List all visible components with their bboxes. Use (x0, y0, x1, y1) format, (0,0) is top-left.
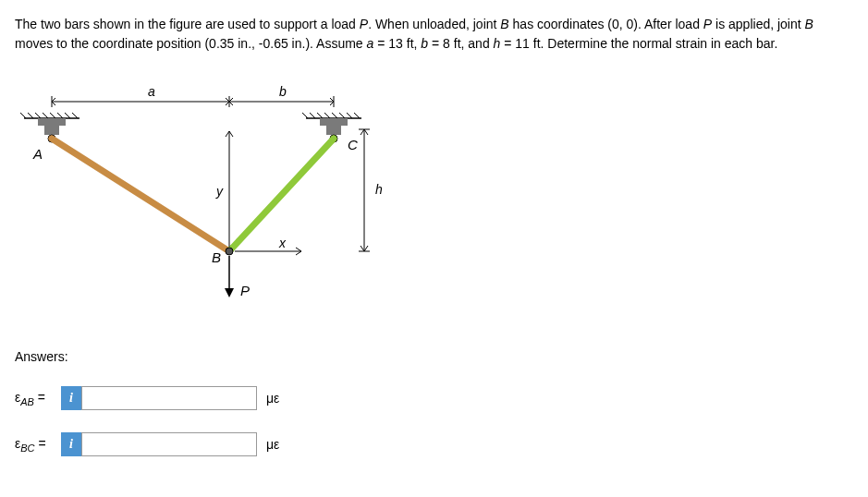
joint-c-label: C (348, 137, 358, 152)
joint-a-label: A (32, 146, 43, 162)
answer-label-ab: εAB = (15, 390, 61, 407)
info-icon: i (69, 437, 73, 452)
svg-line-22 (339, 113, 345, 118)
svg-marker-27 (225, 288, 234, 297)
bar-ab (52, 139, 229, 251)
x-axis-label: x (278, 236, 287, 250)
dim-a-label: a (148, 84, 155, 99)
info-button-bc[interactable]: i (61, 432, 81, 456)
svg-line-9 (43, 113, 48, 118)
input-epsilon-ab[interactable] (81, 386, 257, 410)
support-c (302, 113, 361, 135)
svg-line-20 (324, 113, 330, 118)
support-a (20, 113, 79, 135)
dim-b-label: b (279, 84, 287, 99)
answers-heading: Answers: (15, 349, 853, 364)
problem-statement: The two bars shown in the figure are use… (15, 15, 853, 54)
svg-line-13 (72, 113, 78, 118)
svg-rect-14 (38, 118, 66, 126)
svg-line-7 (28, 113, 33, 118)
svg-line-17 (302, 113, 308, 118)
answers-section: Answers: εAB = i με εBC = i με (15, 349, 853, 456)
truss-figure: a b A C B y (15, 76, 403, 316)
svg-line-10 (50, 113, 55, 118)
svg-line-6 (20, 113, 26, 118)
svg-line-19 (317, 113, 323, 118)
bar-bc (229, 139, 334, 251)
dim-h-label: h (375, 182, 383, 197)
svg-rect-26 (326, 126, 341, 135)
svg-rect-15 (44, 126, 59, 135)
answer-label-bc: εBC = (15, 436, 61, 454)
svg-line-8 (35, 113, 41, 118)
load-p-label: P (240, 283, 250, 298)
svg-line-21 (332, 113, 337, 118)
answer-row-ab: εAB = i με (15, 386, 853, 410)
pin-b (226, 248, 233, 255)
svg-line-24 (354, 113, 360, 118)
unit-bc: με (266, 437, 279, 452)
svg-line-23 (347, 113, 352, 118)
unit-ab: με (266, 391, 279, 406)
info-button-ab[interactable]: i (61, 386, 81, 410)
svg-line-12 (65, 113, 70, 118)
svg-line-11 (57, 113, 63, 118)
y-axis-label: y (215, 184, 224, 199)
answer-row-bc: εBC = i με (15, 432, 853, 456)
input-epsilon-bc[interactable] (81, 432, 257, 456)
joint-b-label: B (212, 249, 221, 265)
svg-rect-25 (320, 118, 348, 126)
svg-line-18 (310, 113, 315, 118)
info-icon: i (69, 391, 73, 406)
